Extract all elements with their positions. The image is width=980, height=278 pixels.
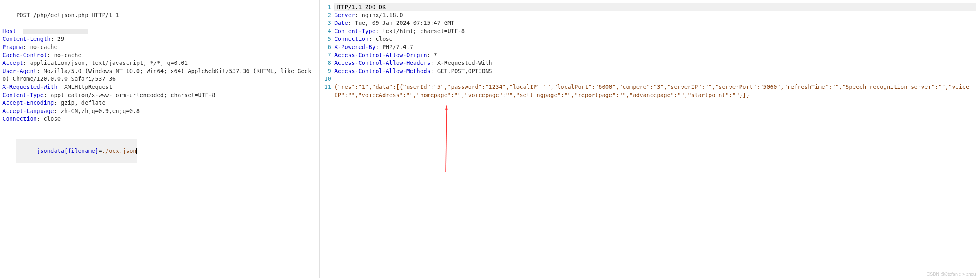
request-header: Accept: application/json, text/javascrip… xyxy=(2,59,315,67)
header-name: Server xyxy=(334,12,355,18)
line-number: 10 xyxy=(324,75,334,83)
request-header: Accept-Encoding: gzip, deflate xyxy=(2,99,315,107)
header-name: Accept xyxy=(2,60,23,66)
header-name: Date xyxy=(334,20,348,26)
header-value: : close xyxy=(37,115,61,122)
header-name: Content-Type xyxy=(334,28,375,34)
body-param-key: jsondata[filename] xyxy=(37,148,99,154)
response-pane[interactable]: 1HTTP/1.1 200 OK2Server: nginx/1.18.03Da… xyxy=(321,0,980,278)
header-name: X-Powered-By xyxy=(334,44,375,50)
header-name: Content-Length xyxy=(2,35,50,42)
line-number: 7 xyxy=(324,51,334,60)
header-value: : * xyxy=(427,52,437,58)
header-value: : GET,POST,OPTIONS xyxy=(430,68,492,74)
response-line: 5Connection: close xyxy=(324,35,978,43)
line-number: 9 xyxy=(324,67,334,75)
request-header: Host: xyxy=(2,27,315,35)
header-name: User-Agent xyxy=(2,68,37,74)
blank-line xyxy=(2,123,315,131)
header-value: : no-cache xyxy=(47,52,81,58)
header-value: : XMLHttpRequest xyxy=(57,84,112,90)
response-status-line: HTTP/1.1 200 OK xyxy=(334,3,976,11)
request-header: User-Agent: Mozilla/5.0 (Windows NT 10.0… xyxy=(2,67,315,83)
header-name: Access-Control-Allow-Methods xyxy=(334,68,430,74)
header-name: X-Requested-With xyxy=(2,84,57,90)
header-name: Cache-Control xyxy=(2,52,47,58)
header-name: Connection xyxy=(2,115,37,122)
header-value: : 29 xyxy=(50,35,64,42)
header-value: : PHP/7.4.7 xyxy=(375,44,413,50)
request-start-line: POST /php/getjson.php HTTP/1.1 xyxy=(2,3,315,27)
watermark-text: CSDN @3tefanie > zhou xyxy=(927,271,976,276)
header-value: : Mozilla/5.0 (Windows NT 10.0; Win64; x… xyxy=(2,68,311,82)
response-line: 7Access-Control-Allow-Origin: * xyxy=(324,51,978,60)
line-number: 8 xyxy=(324,59,334,67)
header-name: Access-Control-Allow-Origin xyxy=(334,52,427,58)
line-number: 5 xyxy=(324,35,334,43)
request-pane[interactable]: POST /php/getjson.php HTTP/1.1 Host: Con… xyxy=(0,0,318,278)
response-line: 4Content-Type: text/html; charset=UTF-8 xyxy=(324,27,978,35)
header-value: : Tue, 09 Jan 2024 07:15:47 GMT xyxy=(348,20,454,26)
request-header: X-Requested-With: XMLHttpRequest xyxy=(2,83,315,91)
header-name: Content-Type xyxy=(2,92,44,98)
header-value: : application/json, text/javascript, */*… xyxy=(23,60,188,66)
line-number: 11 xyxy=(324,83,334,91)
request-method-path: POST /php/getjson.php HTTP/1.1 xyxy=(16,12,119,18)
request-header: Pragma: no-cache xyxy=(2,43,315,51)
line-number: 3 xyxy=(324,19,334,27)
header-name: Host xyxy=(2,28,16,34)
request-header: Content-Type: application/x-www-form-url… xyxy=(2,91,315,99)
response-line: 8Access-Control-Allow-Headers: X-Request… xyxy=(324,59,978,67)
response-line: 9Access-Control-Allow-Methods: GET,POST,… xyxy=(324,67,978,75)
body-param-value: ./ocx.json xyxy=(102,148,136,154)
pane-divider[interactable] xyxy=(319,0,320,278)
response-line: 11{"res":"1","data":[{"userId":"5","pass… xyxy=(324,83,978,99)
response-body: {"res":"1","data":[{"userId":"5","passwo… xyxy=(334,83,972,99)
header-value: : X-Requested-With xyxy=(430,60,492,66)
response-line: 1HTTP/1.1 200 OK xyxy=(324,3,978,11)
response-line: 10 xyxy=(324,75,978,83)
text-cursor xyxy=(136,148,137,154)
line-number: 1 xyxy=(324,3,334,11)
header-value: : zh-CN,zh;q=0.9,en;q=0.8 xyxy=(54,108,140,114)
header-value: : application/x-www-form-urlencoded; cha… xyxy=(44,92,215,98)
response-line: 3Date: Tue, 09 Jan 2024 07:15:47 GMT xyxy=(324,19,978,27)
line-number: 2 xyxy=(324,11,334,20)
header-value: : no-cache xyxy=(23,44,57,50)
header-value: : gzip, deflate xyxy=(54,99,105,106)
line-number: 6 xyxy=(324,43,334,51)
request-header: Cache-Control: no-cache xyxy=(2,51,315,60)
header-value: : close xyxy=(368,35,392,42)
response-line: 6X-Powered-By: PHP/7.4.7 xyxy=(324,43,978,51)
header-value: : nginx/1.18.0 xyxy=(355,12,403,18)
header-name: Accept-Encoding xyxy=(2,99,54,106)
line-number: 4 xyxy=(324,27,334,35)
redacted-value xyxy=(23,29,88,34)
request-header: Accept-Language: zh-CN,zh;q=0.9,en;q=0.8 xyxy=(2,107,315,115)
header-name: Pragma xyxy=(2,44,23,50)
header-name: Connection xyxy=(334,35,368,42)
header-name: Accept-Language xyxy=(2,108,54,114)
header-value: : text/html; charset=UTF-8 xyxy=(375,28,465,34)
header-name: Access-Control-Allow-Headers xyxy=(334,60,430,66)
request-body[interactable]: jsondata[filename]=./ocx.json xyxy=(2,131,315,171)
request-header: Content-Length: 29 xyxy=(2,35,315,43)
response-line: 2Server: nginx/1.18.0 xyxy=(324,11,978,20)
request-header: Connection: close xyxy=(2,115,315,123)
